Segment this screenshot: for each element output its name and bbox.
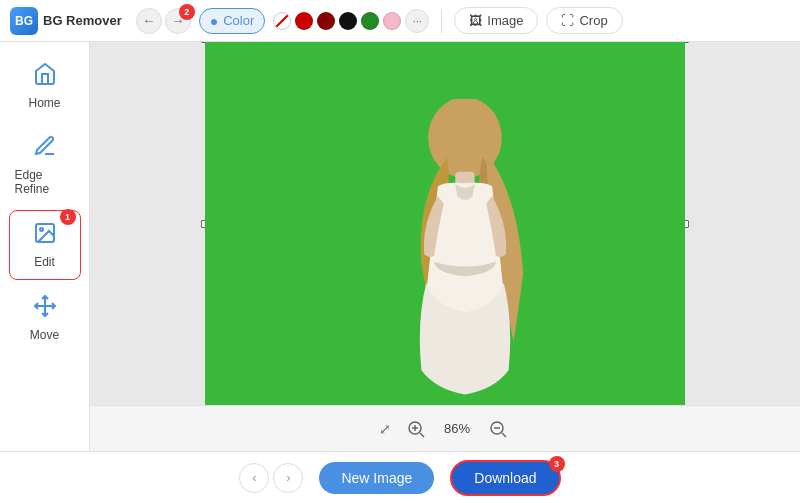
home-icon <box>33 62 57 92</box>
color-swatch-black[interactable] <box>339 12 357 30</box>
color-swatch-red[interactable] <box>295 12 313 30</box>
color-tab[interactable]: ● Color <box>199 8 266 34</box>
more-colors-button[interactable]: ··· <box>405 9 429 33</box>
edit-icon <box>33 221 57 251</box>
color-palette: ··· <box>273 9 429 33</box>
canvas-image <box>205 42 685 405</box>
color-swatch-green[interactable] <box>361 12 379 30</box>
svg-line-12 <box>502 433 506 437</box>
canvas-container <box>90 42 800 405</box>
color-swatch-darkred[interactable] <box>317 12 335 30</box>
color-swatch-transparent[interactable] <box>273 12 291 30</box>
edit-badge: 1 <box>60 209 76 225</box>
sidebar-item-edit-label: Edit <box>34 255 55 269</box>
color-tab-icon: ● <box>210 13 218 29</box>
footer-nav-arrows: ‹ › <box>239 463 303 493</box>
main-layout: Home Edge Refine 1 Edit <box>0 42 800 451</box>
footer: ‹ › New Image Download 3 <box>0 451 800 503</box>
image-icon: 🖼 <box>469 13 482 28</box>
download-wrapper: Download 3 <box>450 460 560 496</box>
svg-line-9 <box>420 433 424 437</box>
svg-point-1 <box>40 228 43 231</box>
download-button[interactable]: Download <box>450 460 560 496</box>
crop-button[interactable]: ⛶ Crop <box>546 7 622 34</box>
app-header: BG BG Remover ← → 2 ● Color ··· 🖼 Image … <box>0 0 800 42</box>
zoom-controls: 86% <box>403 416 511 442</box>
canvas-area: ⤢ 86% <box>90 42 800 451</box>
woman-figure <box>365 99 565 406</box>
logo-text: BG Remover <box>43 13 122 28</box>
image-label: Image <box>487 13 523 28</box>
crop-label: Crop <box>579 13 607 28</box>
nav-badge: 2 <box>179 4 195 20</box>
sidebar: Home Edge Refine 1 Edit <box>0 42 90 451</box>
canvas-workspace[interactable] <box>205 42 685 405</box>
drag-icon[interactable]: ⤢ <box>379 421 391 437</box>
sidebar-item-move[interactable]: Move <box>9 284 81 352</box>
zoom-in-button[interactable] <box>403 416 429 442</box>
color-tab-label: Color <box>223 13 254 28</box>
move-icon <box>33 294 57 324</box>
sidebar-item-move-label: Move <box>30 328 59 342</box>
new-image-button[interactable]: New Image <box>319 462 434 494</box>
footer-prev-button[interactable]: ‹ <box>239 463 269 493</box>
sidebar-item-edit[interactable]: 1 Edit <box>9 210 81 280</box>
logo-icon: BG <box>10 7 38 35</box>
zoom-level: 86% <box>437 421 477 436</box>
download-badge: 3 <box>549 456 565 472</box>
app-logo: BG BG Remover <box>10 7 122 35</box>
sidebar-item-home[interactable]: Home <box>9 52 81 120</box>
nav-forward-wrapper: → 2 <box>165 8 191 34</box>
zoom-bar: ⤢ 86% <box>90 405 800 451</box>
color-swatch-pink[interactable] <box>383 12 401 30</box>
crop-icon: ⛶ <box>561 13 574 28</box>
edge-refine-icon <box>33 134 57 164</box>
sidebar-item-edge-refine-label: Edge Refine <box>15 168 75 196</box>
image-button[interactable]: 🖼 Image <box>454 7 538 34</box>
nav-arrows: ← → 2 <box>136 8 191 34</box>
sidebar-item-home-label: Home <box>28 96 60 110</box>
sidebar-item-edge-refine[interactable]: Edge Refine <box>9 124 81 206</box>
zoom-out-button[interactable] <box>485 416 511 442</box>
nav-back-button[interactable]: ← <box>136 8 162 34</box>
header-divider <box>441 9 442 33</box>
footer-next-button[interactable]: › <box>273 463 303 493</box>
